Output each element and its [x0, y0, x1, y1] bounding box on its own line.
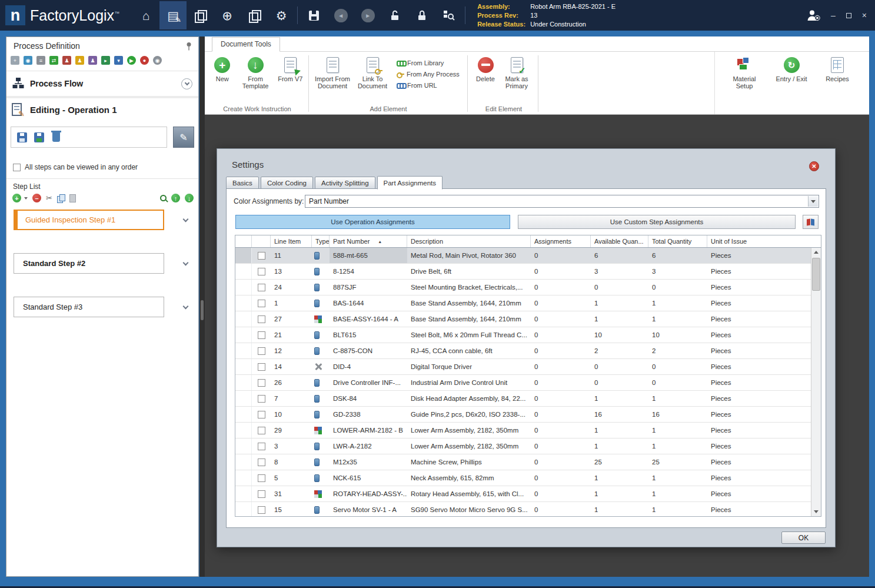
- row-selector[interactable]: [235, 343, 252, 358]
- table-row[interactable]: 31 ROTARY-HEAD-ASSY-... Rotary Head Asse…: [235, 486, 811, 502]
- row-selector[interactable]: [235, 407, 252, 422]
- row-selector[interactable]: [235, 486, 252, 501]
- add-step-dropdown-icon[interactable]: [24, 197, 28, 200]
- table-row[interactable]: 1 BAS-1644 Base Stand Assembly, 1644, 21…: [235, 295, 811, 311]
- row-selector[interactable]: [235, 295, 252, 311]
- from-v7-button[interactable]: From V7: [277, 56, 304, 89]
- row-checkbox[interactable]: [258, 300, 265, 307]
- material-setup-button[interactable]: Material Setup: [729, 56, 760, 114]
- dropdown-button[interactable]: [808, 196, 818, 207]
- tab-basics[interactable]: Basics: [226, 177, 259, 189]
- chevron-down-icon[interactable]: [183, 304, 189, 310]
- row-checkbox-cell[interactable]: [252, 280, 271, 295]
- column-header-unit[interactable]: Unit of Issue: [707, 235, 821, 247]
- cut-icon[interactable]: ✂: [46, 194, 52, 202]
- chevron-down-icon[interactable]: [183, 217, 189, 222]
- process-flow-row[interactable]: Process Flow: [12, 75, 192, 92]
- row-selector[interactable]: [235, 248, 252, 263]
- move-up-icon[interactable]: ↑: [171, 194, 180, 202]
- zoom-steps-icon[interactable]: [160, 195, 167, 201]
- scrollbar-thumb[interactable]: [812, 258, 820, 291]
- navigate-button[interactable]: ⊕: [214, 1, 241, 29]
- row-checkbox-cell[interactable]: [252, 295, 271, 311]
- audit-search-button[interactable]: [435, 1, 463, 29]
- row-checkbox[interactable]: [258, 395, 265, 403]
- ok-button[interactable]: OK: [781, 531, 826, 544]
- row-checkbox-cell[interactable]: [252, 359, 271, 374]
- order-checkbox[interactable]: [13, 164, 21, 171]
- export-folder-icon[interactable]: ▸: [101, 56, 110, 65]
- step-item[interactable]: Standard Step #3: [14, 297, 164, 317]
- row-checkbox[interactable]: [258, 331, 265, 339]
- row-checkbox-cell[interactable]: [252, 264, 271, 279]
- close-button[interactable]: ×: [862, 11, 867, 19]
- row-checkbox-cell[interactable]: [252, 438, 271, 454]
- save-step-icon[interactable]: [17, 132, 27, 142]
- stop-icon[interactable]: ●: [140, 56, 149, 65]
- row-checkbox-cell[interactable]: [252, 486, 271, 501]
- remove-step-icon[interactable]: –: [32, 194, 41, 202]
- table-row[interactable]: 11 588-mt-665 Metal Rod, Main Pivot, Rot…: [235, 248, 811, 264]
- header-checkbox-cell[interactable]: [252, 235, 271, 247]
- assignments-extra-button[interactable]: [803, 215, 819, 229]
- collapse-button[interactable]: [181, 78, 192, 89]
- copy-icon[interactable]: [57, 194, 65, 202]
- view-order-option[interactable]: All steps can be viewed in any order: [13, 163, 138, 171]
- row-selector[interactable]: [235, 470, 252, 486]
- table-row[interactable]: 8 M12x35 Machine Screw, Phillips 0 25 25…: [235, 454, 811, 470]
- documents-button[interactable]: [241, 1, 268, 29]
- row-checkbox-cell[interactable]: [252, 470, 271, 486]
- process-flow-button[interactable]: [187, 1, 214, 29]
- table-row[interactable]: 12 C-8875-CON RJ-45, CCA conn cable, 6ft…: [235, 343, 811, 359]
- import-from-document-button[interactable]: Import From Document: [314, 56, 351, 89]
- work-instructions-button[interactable]: ▤✎: [159, 1, 187, 29]
- table-row[interactable]: 21 BLT615 Steel Bolt, M6 x 20mm Full Thr…: [235, 327, 811, 343]
- row-checkbox[interactable]: [258, 474, 265, 482]
- column-header-total[interactable]: Total Quantity: [648, 235, 707, 247]
- row-checkbox-cell[interactable]: [252, 423, 271, 438]
- row-checkbox[interactable]: [258, 315, 265, 323]
- dialog-close-button[interactable]: ✕: [809, 161, 819, 171]
- row-checkbox[interactable]: [258, 443, 265, 450]
- column-header-type[interactable]: Type: [312, 235, 330, 247]
- maximize-button[interactable]: [846, 11, 851, 19]
- table-row[interactable]: 7 DSK-84 Disk Head Adapter Assembly, 84,…: [235, 391, 811, 407]
- table-row[interactable]: 3 LWR-A-2182 Lower Arm Assembly, 2182, 3…: [235, 438, 811, 454]
- row-selector[interactable]: [235, 359, 252, 374]
- row-checkbox[interactable]: [258, 411, 265, 418]
- row-selector[interactable]: [235, 280, 252, 295]
- scroll-up-icon[interactable]: [811, 248, 821, 257]
- table-row[interactable]: 26 Drive Controller INF-... Industrial A…: [235, 375, 811, 391]
- lock-button[interactable]: [408, 1, 435, 29]
- row-checkbox[interactable]: [258, 427, 265, 434]
- scroll-down-icon[interactable]: [811, 507, 821, 516]
- row-checkbox-cell[interactable]: [252, 248, 271, 263]
- use-custom-step-assignments-button[interactable]: Use Custom Step Assignments: [518, 215, 796, 229]
- row-checkbox-cell[interactable]: [252, 454, 271, 470]
- entry-exit-button[interactable]: ↻ Entry / Exit: [775, 56, 808, 114]
- row-checkbox[interactable]: [258, 347, 265, 355]
- add-icon[interactable]: +: [11, 56, 19, 65]
- undo-button[interactable]: ◄: [327, 1, 354, 29]
- home-button[interactable]: ⌂: [132, 1, 159, 29]
- delete-icon[interactable]: [52, 132, 60, 142]
- tab-part-assignments[interactable]: Part Assignments: [377, 176, 443, 190]
- new-button[interactable]: + New: [211, 56, 234, 89]
- row-checkbox[interactable]: [258, 379, 265, 387]
- step-item[interactable]: Standard Step #2: [14, 253, 164, 274]
- minimize-button[interactable]: –: [831, 11, 836, 19]
- recipes-button[interactable]: Recipes: [823, 56, 851, 114]
- pin-icon[interactable]: [185, 42, 192, 51]
- table-row[interactable]: 27 BASE-ASSY-1644 - A Base Stand Assembl…: [235, 311, 811, 327]
- chevron-down-icon[interactable]: [183, 260, 189, 266]
- user-icon[interactable]: ♟: [88, 56, 97, 65]
- row-checkbox-cell[interactable]: [252, 391, 271, 406]
- row-selector[interactable]: [235, 375, 252, 390]
- column-header-line-item[interactable]: Line Item: [271, 235, 312, 247]
- row-checkbox-cell[interactable]: [252, 502, 271, 516]
- row-checkbox[interactable]: [258, 459, 265, 466]
- row-selector[interactable]: [235, 438, 252, 454]
- row-checkbox[interactable]: [258, 252, 265, 260]
- sync-icon[interactable]: ⇄: [49, 56, 58, 65]
- row-checkbox[interactable]: [258, 284, 265, 291]
